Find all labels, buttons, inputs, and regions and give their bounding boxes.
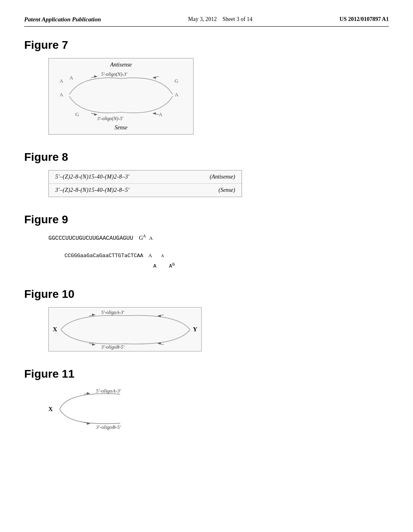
- fig8-row-antisense: 5'–(Z)2-8-(N)15-40-(M)2-8–3' (Antisense): [49, 170, 242, 184]
- svg-marker-23: [92, 343, 95, 346]
- svg-text:3'-oligoB-5': 3'-oligoB-5': [101, 344, 125, 350]
- svg-marker-10: [94, 113, 97, 116]
- fig8-row-sense: 3'–(Z)2-8-(N)15-40-(M)2-8–5' (Sense): [49, 184, 242, 197]
- fig9-seq2-row: CCGGGaaGaCaGaaCTTGTaCTCAA A A A AG: [65, 251, 389, 272]
- fig8-antisense-formula: 5'–(Z)2-8-(N)15-40-(M)2-8–3': [55, 174, 129, 180]
- figure-10-section: Figure 10 X Y 5'-oligoA-3': [24, 288, 389, 351]
- fig8-sense-formula: 3'–(Z)2-8-(N)15-40-(M)2-8–5': [55, 187, 129, 193]
- figure-8-table: 5'–(Z)2-8-(N)15-40-(M)2-8–3' (Antisense)…: [48, 170, 242, 197]
- figure-10-title: Figure 10: [24, 288, 389, 301]
- svg-text:3'-oligo(N)-5': 3'-oligo(N)-5': [97, 116, 123, 121]
- figure-8-title: Figure 8: [24, 151, 389, 164]
- fig9-seq1: GGCCCUUCUGUCUUGAACAUGAGUU: [48, 235, 133, 241]
- svg-marker-3: [94, 75, 97, 78]
- fig7-antisense-label: Antisense: [110, 62, 132, 68]
- publication-title: Patent Application Publication: [24, 16, 101, 23]
- figure-9-title: Figure 9: [24, 213, 389, 226]
- figure-9-section: Figure 9 GGCCCUUCUGUCUUGAACAUGAGUU GA A …: [24, 213, 389, 272]
- fig9-seq2-end: A AG: [153, 263, 175, 269]
- figure-11-title: Figure 11: [24, 368, 389, 380]
- fig7-ellipse: A A 5'-oligo(N)-3' G A: [57, 71, 185, 122]
- figure-7-diagram: Antisense A A 5'-oligo(N)-3': [48, 58, 194, 135]
- svg-marker-18: [92, 314, 95, 316]
- fig11-x-label: X: [48, 405, 53, 412]
- fig9-seq1-a: A: [149, 235, 152, 241]
- svg-text:A: A: [175, 92, 179, 98]
- svg-text:G: G: [75, 112, 79, 117]
- fig9-seq2: CCGGGaaGaCaGaaCTTGTaCTCAA: [65, 253, 143, 259]
- figure-7-title: Figure 7: [24, 39, 389, 52]
- svg-text:G: G: [175, 78, 178, 84]
- svg-text:5'-oligo(N)-3': 5'-oligo(N)-3': [101, 71, 127, 77]
- svg-text:A: A: [59, 92, 63, 98]
- figure-8-section: Figure 8 5'–(Z)2-8-(N)15-40-(M)2-8–3' (A…: [24, 151, 389, 197]
- publication-date-sheet: May 3, 2012 Sheet 3 of 14: [188, 16, 252, 23]
- page-header: Patent Application Publication May 3, 20…: [24, 16, 389, 27]
- svg-text:A: A: [59, 78, 63, 84]
- svg-text:5'-oligoA-3': 5'-oligoA-3': [101, 310, 125, 315]
- svg-text:3'-oligoB-5': 3'-oligoB-5': [96, 424, 121, 430]
- figure-11-section: Figure 11 X 5'-oligoA-3' 3'-oligoB-5': [24, 368, 389, 431]
- svg-marker-13: [153, 112, 156, 114]
- sheet-info: Sheet 3 of 14: [223, 16, 252, 22]
- fig9-seq1-row: GGCCCUUCUGUCUUGAACAUGAGUU GA A: [48, 233, 389, 243]
- fig9-seq1-suffix: GA: [139, 235, 147, 241]
- svg-marker-6: [153, 77, 156, 79]
- fig7-sense-label: Sense: [115, 125, 127, 131]
- fig8-antisense-label: (Antisense): [210, 174, 235, 180]
- publication-number: US 2012/0107897 A1: [340, 16, 389, 23]
- figure-7-section: Figure 7 Antisense A A 5'-oligo(N)-3': [24, 39, 389, 135]
- fig8-sense-label: (Sense): [219, 187, 235, 193]
- figure-10-diagram: X Y 5'-oligoA-3' 3'-oligoB-5': [48, 307, 202, 351]
- svg-text:A: A: [69, 75, 73, 81]
- publication-date: May 3, 2012: [188, 16, 217, 22]
- page: Patent Application Publication May 3, 20…: [0, 0, 413, 532]
- svg-text:5'-oligoA-3': 5'-oligoA-3': [96, 388, 121, 394]
- svg-text:A: A: [159, 112, 163, 117]
- fig9-seq2-suffix: A A: [148, 252, 164, 258]
- figure-9-sequences: GGCCCUUCUGUCUUGAACAUGAGUU GA A CCGGGaaGa…: [48, 233, 389, 272]
- figure-11-diagram: X 5'-oligoA-3' 3'-oligoB-5': [48, 387, 186, 431]
